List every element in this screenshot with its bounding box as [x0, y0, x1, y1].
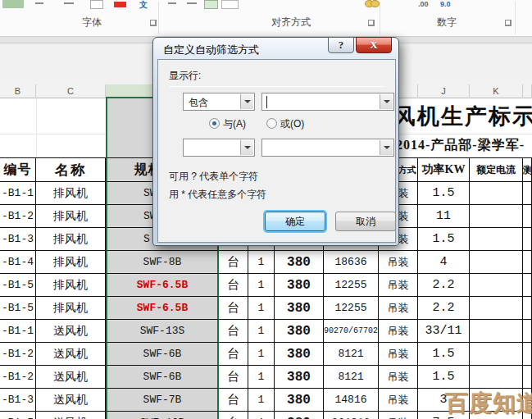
cell-volt[interactable]: 380: [275, 389, 324, 412]
cell-power[interactable]: 1.5: [418, 228, 470, 251]
chevron-down-icon[interactable]: [380, 94, 393, 109]
cell-qty[interactable]: 1: [248, 389, 275, 412]
cell-model[interactable]: SWF-10B: [106, 412, 219, 419]
header-extra[interactable]: 测: [523, 157, 532, 182]
borders-icon[interactable]: [90, 0, 103, 9]
cell-install[interactable]: 吊装: [379, 297, 418, 320]
cell-install[interactable]: 吊装: [379, 343, 418, 366]
cell-unit[interactable]: 台: [219, 366, 248, 389]
align-center-icon[interactable]: [187, 2, 197, 4]
cell-blank2[interactable]: [523, 251, 532, 274]
cell-model[interactable]: SWF-6.5B: [106, 297, 219, 320]
cell-blank1[interactable]: [470, 343, 523, 366]
cell-power[interactable]: 33/11: [418, 320, 470, 343]
cell-flow[interactable]: 14816: [324, 389, 379, 412]
cell-name[interactable]: 送风机: [36, 320, 106, 343]
cell-id[interactable]: -B1-2: [0, 205, 36, 228]
cell-model[interactable]: SWF-7B: [106, 389, 219, 412]
cell-blank2[interactable]: [523, 366, 532, 389]
cell-volt[interactable]: 380: [275, 366, 324, 389]
cell-qty[interactable]: 1: [248, 412, 275, 419]
cell-blank2[interactable]: [523, 274, 532, 297]
cell-flow[interactable]: 90270/67702: [324, 320, 379, 343]
wrap-text-icon[interactable]: [204, 0, 218, 9]
column-header-partial[interactable]: [523, 84, 532, 98]
cell-unit[interactable]: 台: [219, 274, 248, 297]
cell-unit[interactable]: 台: [219, 343, 248, 366]
cell-blank2[interactable]: [523, 228, 532, 251]
cell-id[interactable]: -B1-5: [0, 412, 36, 419]
cell-blank2[interactable]: [523, 343, 532, 366]
cell-id[interactable]: -B1-2: [0, 366, 36, 389]
operator2-dropdown[interactable]: [183, 139, 255, 157]
cell-qty[interactable]: 1: [248, 297, 275, 320]
cell-name[interactable]: 送风机: [36, 366, 106, 389]
header-id[interactable]: 编号: [0, 157, 36, 182]
header-name[interactable]: 名称: [36, 157, 106, 182]
cell-flow[interactable]: 261816: [324, 412, 379, 419]
cell-id[interactable]: -B1-5: [0, 297, 36, 320]
cell-id[interactable]: -B1-3: [0, 389, 36, 412]
cell-power[interactable]: 2.2: [418, 297, 470, 320]
cell-blank1[interactable]: [470, 182, 523, 205]
cell-blank1[interactable]: [470, 366, 523, 389]
cell-install[interactable]: 吊装: [379, 251, 418, 274]
cell-blank1[interactable]: [470, 274, 523, 297]
chevron-down-icon[interactable]: [240, 94, 253, 109]
cell-install[interactable]: 吊装: [379, 320, 418, 343]
font-dialog-launcher-icon[interactable]: [150, 20, 157, 26]
cell-power[interactable]: 1.5: [418, 182, 470, 205]
chevron-down-icon[interactable]: [240, 140, 253, 155]
cell-unit[interactable]: 台: [219, 412, 248, 419]
cell-volt[interactable]: 380: [275, 320, 324, 343]
column-header-b[interactable]: B: [0, 84, 36, 98]
column-header-j[interactable]: J: [418, 84, 470, 98]
cell-model[interactable]: SWF-13S: [106, 320, 219, 343]
help-button[interactable]: ?: [328, 37, 354, 53]
cell-volt[interactable]: 380: [275, 274, 324, 297]
value2-combobox[interactable]: [261, 139, 394, 157]
chevron-down-icon[interactable]: [380, 140, 393, 155]
cell-name[interactable]: 送风机: [36, 343, 106, 366]
cell-blank2[interactable]: [523, 205, 532, 228]
currency-format-icon[interactable]: [371, 0, 380, 7]
cell-blank1[interactable]: [470, 297, 523, 320]
increase-decimal-icon[interactable]: .00: [418, 0, 429, 8]
fill-color-swatch-icon[interactable]: [2, 0, 24, 8]
cell-qty[interactable]: 1: [248, 320, 275, 343]
cell-power[interactable]: 2.2: [418, 274, 470, 297]
or-radio-label[interactable]: 或(O): [280, 117, 304, 131]
cell-id[interactable]: -B1-2: [0, 343, 36, 366]
decrease-decimal-icon[interactable]: 9.0: [440, 0, 451, 8]
operator1-dropdown[interactable]: 包含: [183, 93, 255, 111]
header-power[interactable]: 功率KW: [418, 157, 470, 182]
cell-name[interactable]: 送风机: [36, 412, 106, 419]
cell-flow[interactable]: 12255: [324, 297, 379, 320]
cell-unit[interactable]: 台: [219, 251, 248, 274]
cell-volt[interactable]: 380: [275, 251, 324, 274]
strikethrough-icon[interactable]: [64, 2, 74, 4]
cell-install[interactable]: 吊装: [379, 389, 418, 412]
phonetic-guide-icon[interactable]: 文: [139, 0, 148, 11]
cell-install[interactable]: 吊装: [379, 274, 418, 297]
or-radio[interactable]: [266, 118, 277, 129]
cell-power[interactable]: 11: [418, 205, 470, 228]
cell-name[interactable]: 排风机: [36, 205, 106, 228]
cell-blank2[interactable]: [523, 297, 532, 320]
cell-flow[interactable]: 12255: [324, 274, 379, 297]
cell-name[interactable]: 排风机: [36, 274, 106, 297]
and-radio[interactable]: [209, 118, 220, 129]
alignment-dialog-launcher-icon[interactable]: [368, 20, 375, 26]
cell-blank1[interactable]: [470, 228, 523, 251]
cell-model[interactable]: SWF-6.5B: [106, 274, 219, 297]
cell-power[interactable]: 1.5: [418, 366, 470, 389]
ok-button[interactable]: 确定: [265, 212, 325, 231]
cell-name[interactable]: 排风机: [36, 251, 106, 274]
cell-blank1[interactable]: [470, 251, 523, 274]
dialog-title[interactable]: 自定义自动筛选方式: [163, 43, 259, 57]
merge-center-icon[interactable]: [221, 0, 239, 9]
cell-qty[interactable]: 1: [248, 251, 275, 274]
cell-blank1[interactable]: [470, 205, 523, 228]
cell-power[interactable]: 1.5: [418, 343, 470, 366]
cell-flow[interactable]: 8121: [324, 366, 379, 389]
